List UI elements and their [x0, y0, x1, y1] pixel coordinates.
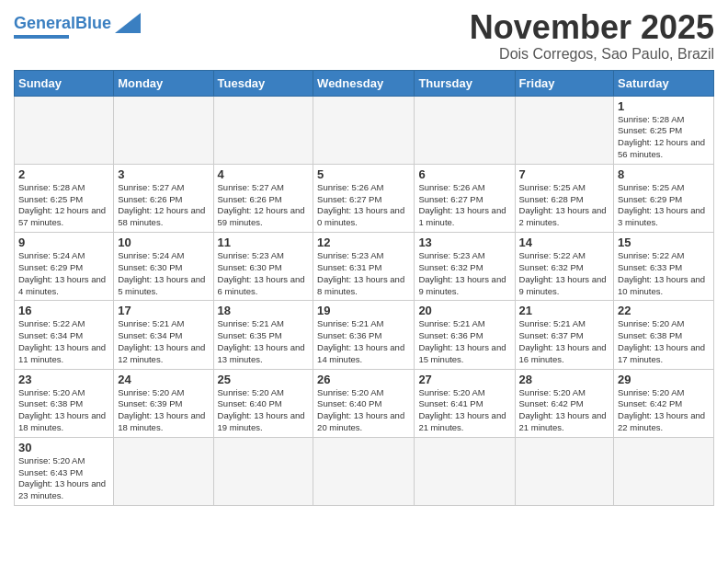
- day-info: Sunrise: 5:28 AM Sunset: 6:25 PM Dayligh…: [18, 182, 109, 229]
- day-info: Sunrise: 5:26 AM Sunset: 6:27 PM Dayligh…: [317, 182, 410, 229]
- calendar-cell: 24Sunrise: 5:20 AM Sunset: 6:39 PM Dayli…: [114, 369, 213, 437]
- day-info: Sunrise: 5:25 AM Sunset: 6:28 PM Dayligh…: [519, 182, 610, 229]
- day-info: Sunrise: 5:22 AM Sunset: 6:34 PM Dayligh…: [18, 318, 109, 365]
- day-number: 6: [418, 167, 510, 181]
- day-info: Sunrise: 5:20 AM Sunset: 6:42 PM Dayligh…: [618, 387, 710, 434]
- calendar-week-row: 30Sunrise: 5:20 AM Sunset: 6:43 PM Dayli…: [15, 437, 714, 505]
- calendar-cell: [415, 96, 515, 164]
- day-info: Sunrise: 5:28 AM Sunset: 6:25 PM Dayligh…: [618, 114, 710, 161]
- day-number: 13: [418, 236, 510, 249]
- day-number: 8: [618, 167, 710, 181]
- weekday-header: Sunday: [15, 70, 114, 96]
- day-info: Sunrise: 5:20 AM Sunset: 6:43 PM Dayligh…: [18, 455, 109, 502]
- day-info: Sunrise: 5:21 AM Sunset: 6:36 PM Dayligh…: [317, 318, 410, 365]
- weekday-header: Thursday: [415, 70, 515, 96]
- day-number: 1: [618, 99, 710, 113]
- day-number: 27: [418, 373, 510, 386]
- calendar-cell: [515, 437, 614, 505]
- calendar-cell: 7Sunrise: 5:25 AM Sunset: 6:28 PM Daylig…: [515, 164, 614, 232]
- calendar-cell: 17Sunrise: 5:21 AM Sunset: 6:34 PM Dayli…: [114, 301, 213, 369]
- calendar-week-row: 9Sunrise: 5:24 AM Sunset: 6:29 PM Daylig…: [15, 233, 714, 301]
- calendar-cell: [313, 437, 415, 505]
- day-number: 12: [317, 236, 410, 249]
- day-info: Sunrise: 5:20 AM Sunset: 6:40 PM Dayligh…: [317, 387, 410, 434]
- day-number: 25: [218, 373, 310, 386]
- calendar-cell: 9Sunrise: 5:24 AM Sunset: 6:29 PM Daylig…: [15, 233, 114, 301]
- weekday-header: Friday: [515, 70, 614, 96]
- day-number: 28: [519, 373, 610, 386]
- calendar-cell: 30Sunrise: 5:20 AM Sunset: 6:43 PM Dayli…: [15, 437, 114, 505]
- month-title: November 2025: [470, 9, 714, 46]
- day-number: 29: [618, 373, 710, 386]
- calendar-cell: [415, 437, 515, 505]
- day-number: 17: [118, 304, 209, 317]
- calendar-cell: [114, 437, 213, 505]
- calendar-cell: 11Sunrise: 5:23 AM Sunset: 6:30 PM Dayli…: [213, 233, 313, 301]
- day-info: Sunrise: 5:26 AM Sunset: 6:27 PM Dayligh…: [418, 182, 510, 229]
- day-info: Sunrise: 5:20 AM Sunset: 6:41 PM Dayligh…: [418, 387, 510, 434]
- day-info: Sunrise: 5:24 AM Sunset: 6:30 PM Dayligh…: [118, 250, 209, 297]
- calendar-cell: 28Sunrise: 5:20 AM Sunset: 6:42 PM Dayli…: [515, 369, 614, 437]
- calendar-week-row: 16Sunrise: 5:22 AM Sunset: 6:34 PM Dayli…: [15, 301, 714, 369]
- logo-underline: [14, 35, 69, 39]
- calendar-cell: 23Sunrise: 5:20 AM Sunset: 6:38 PM Dayli…: [15, 369, 114, 437]
- day-info: Sunrise: 5:20 AM Sunset: 6:38 PM Dayligh…: [618, 318, 710, 365]
- calendar-cell: 1Sunrise: 5:28 AM Sunset: 6:25 PM Daylig…: [614, 96, 714, 164]
- day-number: 10: [118, 236, 209, 249]
- calendar-cell: 21Sunrise: 5:21 AM Sunset: 6:37 PM Dayli…: [515, 301, 614, 369]
- calendar-cell: 15Sunrise: 5:22 AM Sunset: 6:33 PM Dayli…: [614, 233, 714, 301]
- location: Dois Corregos, Sao Paulo, Brazil: [470, 46, 714, 63]
- calendar-cell: 26Sunrise: 5:20 AM Sunset: 6:40 PM Dayli…: [313, 369, 415, 437]
- calendar-cell: 19Sunrise: 5:21 AM Sunset: 6:36 PM Dayli…: [313, 301, 415, 369]
- calendar-cell: 20Sunrise: 5:21 AM Sunset: 6:36 PM Dayli…: [415, 301, 515, 369]
- day-number: 3: [118, 167, 209, 181]
- calendar-week-row: 23Sunrise: 5:20 AM Sunset: 6:38 PM Dayli…: [15, 369, 714, 437]
- day-info: Sunrise: 5:25 AM Sunset: 6:29 PM Dayligh…: [618, 182, 710, 229]
- weekday-header-row: SundayMondayTuesdayWednesdayThursdayFrid…: [15, 70, 714, 96]
- day-number: 26: [317, 373, 410, 386]
- logo-text: GeneralBlue: [14, 15, 111, 31]
- day-number: 24: [118, 373, 209, 386]
- weekday-header: Saturday: [614, 70, 714, 96]
- logo-icon: [115, 13, 141, 33]
- day-number: 14: [519, 236, 610, 249]
- day-number: 11: [218, 236, 310, 249]
- calendar-cell: [213, 96, 313, 164]
- calendar-cell: [313, 96, 415, 164]
- logo-blue: Blue: [75, 14, 111, 32]
- calendar-cell: 12Sunrise: 5:23 AM Sunset: 6:31 PM Dayli…: [313, 233, 415, 301]
- day-info: Sunrise: 5:24 AM Sunset: 6:29 PM Dayligh…: [18, 250, 109, 297]
- calendar-cell: 29Sunrise: 5:20 AM Sunset: 6:42 PM Dayli…: [614, 369, 714, 437]
- calendar-cell: 16Sunrise: 5:22 AM Sunset: 6:34 PM Dayli…: [15, 301, 114, 369]
- page-header: GeneralBlue November 2025 Dois Corregos,…: [14, 9, 714, 63]
- day-info: Sunrise: 5:20 AM Sunset: 6:42 PM Dayligh…: [519, 387, 610, 434]
- day-info: Sunrise: 5:22 AM Sunset: 6:32 PM Dayligh…: [519, 250, 610, 297]
- calendar-cell: [515, 96, 614, 164]
- day-number: 7: [519, 167, 610, 181]
- title-section: November 2025 Dois Corregos, Sao Paulo, …: [470, 9, 714, 63]
- day-number: 22: [618, 304, 710, 317]
- calendar-cell: 4Sunrise: 5:27 AM Sunset: 6:26 PM Daylig…: [213, 164, 313, 232]
- calendar-cell: 13Sunrise: 5:23 AM Sunset: 6:32 PM Dayli…: [415, 233, 515, 301]
- calendar-week-row: 1Sunrise: 5:28 AM Sunset: 6:25 PM Daylig…: [15, 96, 714, 164]
- calendar-cell: 18Sunrise: 5:21 AM Sunset: 6:35 PM Dayli…: [213, 301, 313, 369]
- day-number: 20: [418, 304, 510, 317]
- day-number: 4: [218, 167, 310, 181]
- calendar-cell: 14Sunrise: 5:22 AM Sunset: 6:32 PM Dayli…: [515, 233, 614, 301]
- day-number: 9: [18, 236, 109, 249]
- calendar-cell: 3Sunrise: 5:27 AM Sunset: 6:26 PM Daylig…: [114, 164, 213, 232]
- calendar-cell: [15, 96, 114, 164]
- day-info: Sunrise: 5:21 AM Sunset: 6:36 PM Dayligh…: [418, 318, 510, 365]
- calendar-cell: [213, 437, 313, 505]
- weekday-header: Monday: [114, 70, 213, 96]
- day-number: 16: [18, 304, 109, 317]
- day-number: 5: [317, 167, 410, 181]
- weekday-header: Tuesday: [213, 70, 313, 96]
- calendar-cell: 6Sunrise: 5:26 AM Sunset: 6:27 PM Daylig…: [415, 164, 515, 232]
- day-number: 19: [317, 304, 410, 317]
- day-info: Sunrise: 5:22 AM Sunset: 6:33 PM Dayligh…: [618, 250, 710, 297]
- calendar-cell: [614, 437, 714, 505]
- day-info: Sunrise: 5:20 AM Sunset: 6:39 PM Dayligh…: [118, 387, 209, 434]
- calendar-cell: 22Sunrise: 5:20 AM Sunset: 6:38 PM Dayli…: [614, 301, 714, 369]
- logo-general: General: [14, 14, 75, 32]
